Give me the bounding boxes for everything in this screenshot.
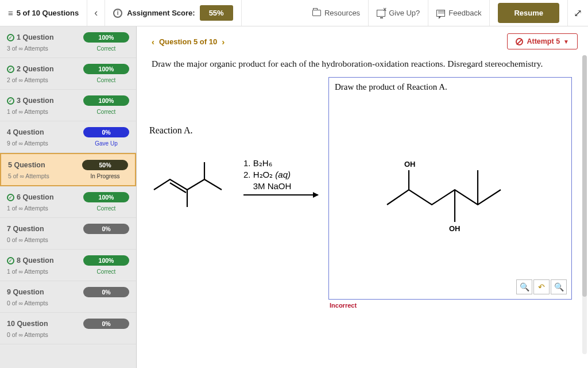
resources-button[interactable]: Resources xyxy=(304,0,369,26)
q-title-text: 2 Question xyxy=(17,65,54,73)
score-pill: 0% xyxy=(83,319,129,329)
attempts-text: 1 of ∞ Attempts xyxy=(7,205,48,212)
giveup-icon xyxy=(377,10,385,17)
status-text: Correct xyxy=(83,205,129,212)
question-sidebar: ✓1 Question100%3 of ∞ AttemptsCorrect✓2 … xyxy=(0,26,137,368)
answer-title: Draw the product of Reaction A. xyxy=(329,78,571,92)
check-icon: ✓ xyxy=(7,66,14,73)
sidebar-question-4[interactable]: 4 Question0%9 of ∞ AttemptsGave Up xyxy=(0,121,136,153)
reaction-label: Reaction A. xyxy=(149,125,318,136)
status-text: In Progress xyxy=(82,173,128,179)
svg-line-4 xyxy=(204,179,222,190)
score-pill: 100% xyxy=(83,192,129,202)
status-text: Correct xyxy=(83,269,129,275)
prev-question-icon[interactable]: ‹ xyxy=(147,37,159,47)
sidebar-question-5[interactable]: 5 Question50%5 of ∞ AttemptsIn Progress xyxy=(0,153,136,186)
q-title-text: 3 Question xyxy=(17,97,54,105)
oh-label-bottom: OH xyxy=(449,224,461,233)
sidebar-question-7[interactable]: 7 Question0%0 of ∞ Attempts xyxy=(0,218,136,250)
q-title-text: 7 Question xyxy=(7,225,44,233)
expand-icon[interactable]: ⤢ xyxy=(568,7,588,20)
resume-button[interactable]: Resume xyxy=(498,3,559,23)
score-value: 55% xyxy=(200,5,233,21)
q-title-text: 8 Question xyxy=(17,256,54,264)
check-icon: ✓ xyxy=(7,34,14,41)
oh-label-top: OH xyxy=(404,160,416,168)
zoom-in-icon[interactable]: 🔍 xyxy=(516,279,532,294)
check-icon: ✓ xyxy=(7,97,14,105)
q-title-text: 4 Question xyxy=(7,128,44,136)
attempts-text: 5 of ∞ Attempts xyxy=(8,172,49,179)
giveup-button[interactable]: Give Up? xyxy=(369,0,428,26)
menu-icon[interactable]: ≡ xyxy=(8,8,13,18)
feedback-button[interactable]: Feedback xyxy=(428,0,490,26)
resources-label: Resources xyxy=(324,9,360,17)
score-pill: 0% xyxy=(83,287,129,297)
answer-drawing-box[interactable]: Draw the product of Reaction A. OH OH xyxy=(328,77,572,300)
attempts-text: 2 of ∞ Attempts xyxy=(7,76,48,83)
score-pill: 0% xyxy=(83,127,129,137)
q-title-text: 5 Question xyxy=(8,161,45,169)
status-text: Correct xyxy=(83,109,129,115)
next-question-icon[interactable]: › xyxy=(217,37,229,47)
score-pill: 0% xyxy=(83,224,129,234)
zoom-out-icon[interactable]: 🔍 xyxy=(551,279,567,294)
back-caret-icon[interactable]: ‹ xyxy=(87,7,105,19)
question-prompt: Draw the major organic product for each … xyxy=(152,59,572,69)
attempts-text: 1 of ∞ Attempts xyxy=(7,108,48,115)
zoom-controls: 🔍 ↶ 🔍 xyxy=(516,279,567,294)
giveup-label: Give Up? xyxy=(389,9,420,17)
prohibit-icon xyxy=(516,38,523,45)
scrollbar[interactable] xyxy=(582,55,587,354)
score-label: Assignment Score: xyxy=(127,9,195,17)
sidebar-question-10[interactable]: 10 Question0%0 of ∞ Attempts xyxy=(0,313,136,344)
feedback-label: Feedback xyxy=(448,9,481,17)
check-icon: ✓ xyxy=(7,257,14,264)
reaction-arrow-icon xyxy=(243,194,318,195)
question-position: Question 5 of 10 xyxy=(159,37,217,46)
status-text: Gave Up xyxy=(83,140,129,147)
sidebar-question-6[interactable]: ✓6 Question100%1 of ∞ AttemptsCorrect xyxy=(0,186,136,218)
question-counter: ≡ 5 of 10 Questions xyxy=(0,0,87,26)
score-pill: 100% xyxy=(83,64,129,74)
q-title-text: 6 Question xyxy=(17,193,54,201)
q-title-text: 9 Question xyxy=(7,288,44,296)
reagents-block: 1. B₂H₆ 2. H₂O₂ (aq) 3M NaOH xyxy=(243,158,318,196)
status-text: Correct xyxy=(83,77,129,83)
attempt-label: Attempt 5 xyxy=(527,37,560,45)
score-section: i Assignment Score: 55% xyxy=(105,0,242,26)
info-icon[interactable]: i xyxy=(113,9,122,18)
attempts-text: 3 of ∞ Attempts xyxy=(7,45,48,52)
question-header: ‹ Question 5 of 10 › Attempt 5 ▼ xyxy=(137,26,588,56)
folder-icon xyxy=(312,10,321,16)
chevron-down-icon: ▼ xyxy=(563,39,569,45)
attempt-dropdown[interactable]: Attempt 5 ▼ xyxy=(507,33,578,49)
reaction-panel: Reaction A. 1. B xyxy=(149,77,318,309)
reagent-2a: 2. H₂O₂ xyxy=(243,170,275,179)
attempts-text: 0 of ∞ Attempts xyxy=(7,236,48,243)
sidebar-question-2[interactable]: ✓2 Question100%2 of ∞ AttemptsCorrect xyxy=(0,58,136,90)
topbar: ≡ 5 of 10 Questions ‹ i Assignment Score… xyxy=(0,0,588,26)
counter-text: 5 of 10 Questions xyxy=(17,9,79,17)
score-pill: 100% xyxy=(83,95,129,106)
product-structure: OH OH xyxy=(376,138,525,253)
score-pill: 100% xyxy=(83,32,129,43)
score-pill: 50% xyxy=(82,160,128,170)
resume-section: Resume xyxy=(490,0,568,26)
q-title-text: 1 Question xyxy=(17,33,54,41)
sidebar-question-9[interactable]: 9 Question0%0 of ∞ Attempts xyxy=(0,281,136,313)
sidebar-question-3[interactable]: ✓3 Question100%1 of ∞ AttemptsCorrect xyxy=(0,90,136,121)
scroll-thumb[interactable] xyxy=(582,55,587,297)
attempts-text: 0 of ∞ Attempts xyxy=(7,300,48,306)
reagent-2b: (aq) xyxy=(275,170,291,179)
check-icon: ✓ xyxy=(7,194,14,201)
sidebar-question-8[interactable]: ✓8 Question100%1 of ∞ AttemptsCorrect xyxy=(0,250,136,281)
attempts-text: 0 of ∞ Attempts xyxy=(7,331,48,338)
status-text: Correct xyxy=(83,45,129,52)
zoom-reset-icon[interactable]: ↶ xyxy=(533,279,550,294)
reagent-3: 3M NaOH xyxy=(243,181,318,192)
svg-line-2 xyxy=(187,179,204,190)
sidebar-question-1[interactable]: ✓1 Question100%3 of ∞ AttemptsCorrect xyxy=(0,26,136,58)
reagent-1: 1. B₂H₆ xyxy=(243,158,272,168)
attempts-text: 1 of ∞ Attempts xyxy=(7,268,48,275)
